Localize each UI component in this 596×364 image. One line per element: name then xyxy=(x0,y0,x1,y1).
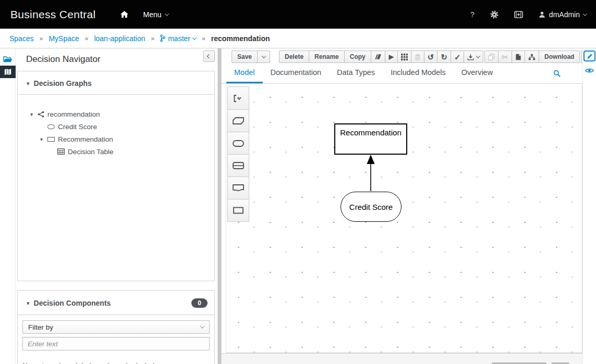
branch-name: master xyxy=(168,34,190,43)
panel-resize-splitter[interactable] xyxy=(217,48,222,364)
clear-diagram-button[interactable] xyxy=(371,51,385,63)
tab-overview[interactable]: Overview xyxy=(454,63,501,83)
tab-included-models[interactable]: Included Models xyxy=(383,63,454,83)
menu-dropdown[interactable]: Menu xyxy=(143,10,168,19)
tree-item-recommendation-decision[interactable]: ▾ Recommendation xyxy=(18,133,214,145)
rename-button[interactable]: Rename xyxy=(309,51,345,63)
export-dropdown-button[interactable] xyxy=(464,51,483,63)
duplicate-icon xyxy=(488,54,495,60)
grid-view-button[interactable] xyxy=(397,51,411,63)
decision-navigator-dock-button[interactable] xyxy=(0,66,16,78)
business-knowledge-model-icon xyxy=(232,117,245,125)
node-credit-score[interactable]: Credit Score xyxy=(340,192,402,222)
palette-decision[interactable] xyxy=(228,199,249,221)
branch-selector[interactable]: master xyxy=(160,34,196,43)
save-dropdown-button[interactable] xyxy=(257,51,270,63)
palette-input-data[interactable] xyxy=(228,132,249,154)
masthead-right: ? xyxy=(470,10,596,19)
decision-icon xyxy=(47,137,55,142)
chevron-down-icon xyxy=(164,11,168,16)
palette-decision-service[interactable] xyxy=(228,154,249,177)
user-menu[interactable]: dmAdmin xyxy=(539,10,587,19)
tab-data-types[interactable]: Data Types xyxy=(329,63,383,83)
duplicate-node-button[interactable] xyxy=(484,51,498,63)
undo-icon: ↺ xyxy=(428,53,434,61)
download-button[interactable]: Download xyxy=(539,51,580,63)
properties-dock-button[interactable] xyxy=(583,51,595,61)
tree-item-label: Credit Score xyxy=(58,123,97,131)
tree-item-credit-score[interactable]: Credit Score xyxy=(18,120,214,133)
clipboard-button-group: ✂ xyxy=(484,51,580,63)
caret-down-icon: ▾ xyxy=(27,300,30,307)
palette-knowledge-source[interactable] xyxy=(228,177,249,199)
decision-components-section: ▾ Decision Components 0 Filter by No ext… xyxy=(17,290,215,364)
decision-components-header[interactable]: ▾ Decision Components 0 xyxy=(18,291,214,315)
validate-button[interactable]: ✓ xyxy=(451,51,465,63)
paste-icon xyxy=(515,54,521,60)
tree-item-decision-table[interactable]: Decision Table xyxy=(18,145,214,158)
decision-table-icon xyxy=(57,148,65,155)
git-branch-icon xyxy=(160,34,165,42)
filter-by-label: Filter by xyxy=(28,323,53,331)
breadcrumb-myspace[interactable]: MySpace xyxy=(48,34,79,43)
help-button[interactable]: ? xyxy=(470,10,475,19)
user-icon xyxy=(539,11,545,18)
auto-layout-button[interactable] xyxy=(525,51,539,63)
save-button[interactable]: Save xyxy=(232,51,258,63)
tab-label: Overview xyxy=(461,68,493,77)
redo-button[interactable]: ↻ xyxy=(437,51,451,63)
panel-titlebar: Decision Navigator xyxy=(16,48,217,69)
decision-navigator-panel: Decision Navigator ▾ Decision Graphs ▾ xyxy=(16,48,217,364)
cut-node-button[interactable]: ✂ xyxy=(498,51,512,63)
tab-documentation[interactable]: Documentation xyxy=(263,63,330,83)
decision-icon xyxy=(232,206,245,215)
shape-palette xyxy=(227,86,249,222)
breadcrumb-spaces[interactable]: Spaces xyxy=(9,34,34,43)
right-dock-strip xyxy=(582,48,596,364)
left-dock-strip xyxy=(0,48,16,364)
delete-button[interactable]: Delete xyxy=(279,51,309,63)
tab-label: Data Types xyxy=(337,68,375,77)
dmn-diagram-canvas[interactable]: Recommendation Credit Score xyxy=(226,84,582,353)
delete-selection-button[interactable] xyxy=(411,51,424,63)
preview-dock-button[interactable] xyxy=(585,68,594,73)
node-recommendation[interactable]: Recommendation xyxy=(334,123,407,155)
tab-label: Included Models xyxy=(391,68,446,77)
caret-down-icon[interactable]: ▾ xyxy=(40,136,47,142)
search-button[interactable] xyxy=(553,70,561,77)
breadcrumb-project[interactable]: loan-application xyxy=(94,34,145,43)
panel-title: Decision Navigator xyxy=(26,54,101,64)
filter-term-input[interactable] xyxy=(22,337,210,350)
project-explorer-dock-button[interactable] xyxy=(0,53,16,66)
dmn-editor-area: Save Delete Rename Copy ▶ xyxy=(222,48,582,364)
decision-graphs-title: Decision Graphs xyxy=(34,79,92,87)
decision-graphs-header[interactable]: ▾ Decision Graphs xyxy=(18,71,214,95)
caret-down-icon[interactable]: ▾ xyxy=(30,111,38,117)
tree-item-recommendation-graph[interactable]: ▾ recommendation xyxy=(18,108,214,120)
decision-graphs-tree: ▾ recommendation Credit Score ▾ xyxy=(18,95,214,158)
export-icon xyxy=(467,54,474,60)
undo-button[interactable]: ↺ xyxy=(424,51,438,63)
apps-button[interactable] xyxy=(514,10,523,18)
palette-business-knowledge-model[interactable] xyxy=(228,109,249,132)
collapse-panel-button[interactable] xyxy=(203,51,215,62)
eye-icon xyxy=(585,68,594,73)
copy-button[interactable]: Copy xyxy=(344,51,371,63)
home-button[interactable] xyxy=(120,10,129,18)
trash-icon xyxy=(415,54,421,60)
breadcrumb-separator: » xyxy=(151,35,155,42)
paste-node-button[interactable] xyxy=(512,51,525,63)
breadcrumb-separator: » xyxy=(40,35,43,42)
editor-toolbar: Save Delete Rename Copy ▶ xyxy=(232,51,582,63)
tab-label: Documentation xyxy=(271,68,322,77)
home-icon xyxy=(120,10,129,18)
palette-text-annotation[interactable] xyxy=(228,87,249,109)
filter-by-select[interactable]: Filter by xyxy=(22,320,210,334)
editor-tabs: Model Documentation Data Types Included … xyxy=(222,63,582,84)
settings-button[interactable] xyxy=(490,10,498,19)
run-validation-button[interactable]: ▶ xyxy=(385,51,398,63)
tab-model[interactable]: Model xyxy=(226,63,263,83)
help-icon: ? xyxy=(470,10,475,19)
hierarchy-icon xyxy=(528,54,536,60)
cut-icon: ✂ xyxy=(502,53,508,61)
